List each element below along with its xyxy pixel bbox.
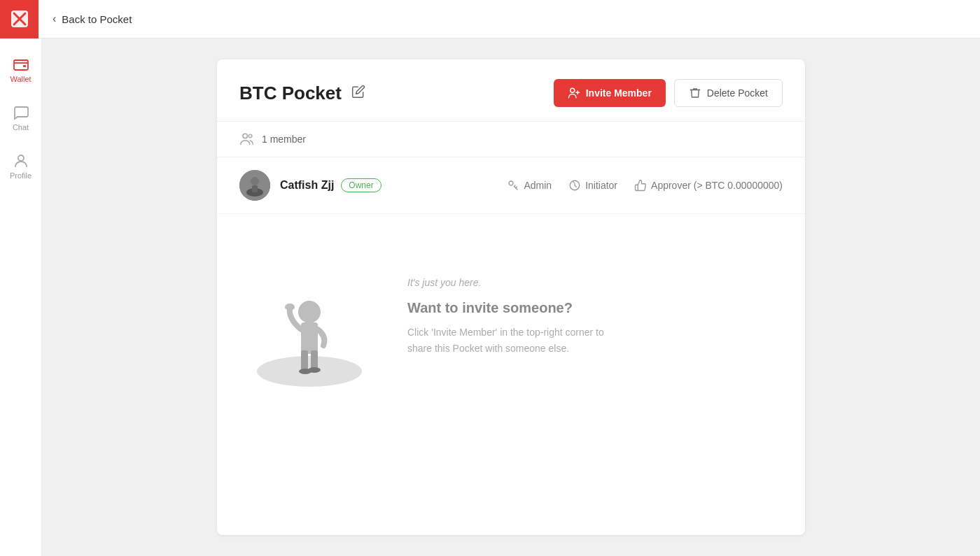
edit-icon[interactable] (351, 85, 365, 102)
svg-rect-20 (311, 350, 318, 370)
svg-rect-19 (301, 350, 308, 371)
svg-rect-14 (252, 185, 258, 192)
sidebar: Wallet Chat Profile (0, 38, 42, 556)
role-approver-label: Approver (> BTC 0.00000000) (651, 180, 783, 191)
owner-badge: Owner (341, 178, 381, 192)
sidebar-item-chat[interactable]: Chat (0, 97, 41, 138)
member-count: 1 member (262, 134, 306, 145)
svg-rect-18 (301, 322, 318, 354)
key-icon (507, 179, 519, 192)
empty-description: Click 'Invite Member' in the top-right c… (407, 325, 617, 356)
empty-state: It's just you here. Want to invite someo… (217, 214, 805, 417)
svg-point-23 (298, 301, 321, 323)
pocket-card: BTC Pocket Invite Member (217, 59, 805, 535)
role-admin: Admin (507, 179, 552, 192)
sidebar-item-wallet[interactable]: Wallet (0, 49, 41, 90)
back-label: Back to Pocket (62, 13, 132, 25)
top-bar: ‹ Back to Pocket (0, 0, 980, 38)
main-content: BTC Pocket Invite Member (42, 38, 980, 556)
back-nav[interactable]: ‹ Back to Pocket (52, 13, 132, 25)
wallet-icon (13, 56, 29, 73)
thumbs-up-icon (634, 179, 647, 192)
members-row: 1 member (217, 122, 805, 157)
members-group-icon (239, 131, 255, 147)
delete-pocket-button[interactable]: Delete Pocket (674, 79, 783, 107)
sidebar-item-profile[interactable]: Profile (0, 145, 41, 187)
trash-icon (689, 87, 701, 99)
profile-label: Profile (10, 171, 31, 180)
role-initiator-label: Initiator (585, 180, 617, 191)
svg-point-22 (308, 367, 321, 373)
svg-point-13 (251, 177, 259, 185)
svg-point-5 (18, 155, 24, 161)
profile-icon (13, 152, 29, 169)
svg-rect-4 (23, 65, 26, 67)
avatar (239, 170, 270, 201)
back-icon: ‹ (52, 13, 56, 25)
member-item: Catfish Zjj Owner Admin (217, 157, 805, 214)
wallet-label: Wallet (10, 75, 31, 83)
role-initiator: Initiator (568, 179, 617, 192)
add-user-icon (568, 87, 580, 99)
empty-italic: It's just you here. (407, 275, 617, 290)
header-actions: Invite Member Delete Pocket (554, 79, 783, 107)
role-admin-label: Admin (524, 180, 552, 191)
svg-point-9 (243, 134, 247, 138)
svg-point-10 (248, 134, 252, 138)
invite-member-button[interactable]: Invite Member (554, 79, 666, 107)
pocket-title-row: BTC Pocket (239, 83, 365, 104)
chat-icon (13, 104, 29, 121)
empty-heading: Want to invite someone? (407, 300, 617, 316)
svg-point-6 (570, 88, 574, 92)
empty-text: It's just you here. Want to invite someo… (407, 275, 617, 356)
initiator-icon (568, 179, 581, 192)
empty-illustration (239, 242, 379, 389)
svg-point-24 (285, 304, 295, 311)
svg-point-15 (509, 181, 513, 185)
member-roles: Admin Initiator Approver (> BTC 0.0 (507, 179, 783, 192)
member-name: Catfish Zjj (280, 179, 334, 192)
pocket-title: BTC Pocket (239, 83, 342, 104)
card-header: BTC Pocket Invite Member (217, 59, 805, 122)
role-approver: Approver (> BTC 0.00000000) (634, 179, 783, 192)
chat-label: Chat (13, 123, 29, 131)
app-logo[interactable] (0, 0, 38, 38)
svg-rect-3 (14, 60, 28, 70)
